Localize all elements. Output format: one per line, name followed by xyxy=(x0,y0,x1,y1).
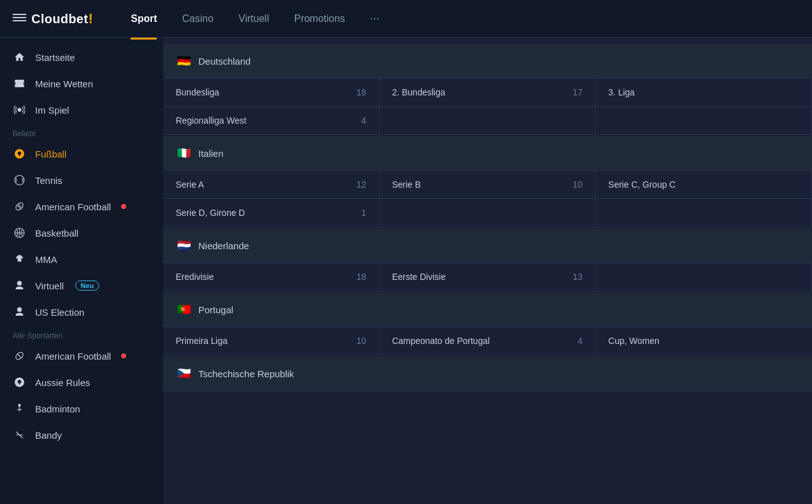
league-name: Serie C, Group C xyxy=(608,180,675,190)
league-cell[interactable]: Serie C, Group C xyxy=(596,171,812,199)
league-cell[interactable]: Eredivisie 18 xyxy=(163,263,380,291)
svg-point-0 xyxy=(18,108,21,112)
sidebar-item-startseite[interactable]: Startseite xyxy=(0,44,163,70)
live-indicator-all xyxy=(121,353,126,358)
svg-line-5 xyxy=(17,206,21,210)
sidebar-item-mma[interactable]: MMA xyxy=(0,246,163,272)
sidebar-item-virtuell[interactable]: Virtuell Neu xyxy=(0,272,163,299)
league-cell[interactable]: Bundesliga 18 xyxy=(163,78,380,107)
league-cell[interactable]: Cup, Women xyxy=(596,327,812,355)
sidebar-label-basketball: Basketball xyxy=(35,228,78,239)
flag-niederlande: 🇳🇱 xyxy=(176,237,192,254)
country-header-deutschland[interactable]: 🇩🇪 Deutschland xyxy=(163,44,812,78)
election-icon xyxy=(13,305,26,319)
league-name: Serie A xyxy=(176,180,204,190)
sidebar: Startseite Meine Wetten Im Spiel Beliebt… xyxy=(0,38,163,504)
league-cell[interactable]: Serie B 10 xyxy=(380,171,596,199)
country-header-portugal[interactable]: 🇵🇹 Portugal xyxy=(163,292,812,327)
league-name: Eerste Divisie xyxy=(392,272,446,282)
country-section-deutschland: 🇩🇪 Deutschland Bundesliga 18 2. Bundesli… xyxy=(163,44,812,135)
live-indicator xyxy=(121,204,126,209)
league-count: 13 xyxy=(573,272,583,282)
logo-area[interactable]: Cloudbet! xyxy=(13,11,93,27)
league-cell[interactable]: Campeonato de Portugal 4 xyxy=(380,327,596,355)
sidebar-section-all: Alle Sportarten xyxy=(0,325,163,343)
country-name-portugal: Portugal xyxy=(198,304,233,315)
soccer-icon xyxy=(13,147,26,161)
league-name: Eredivisie xyxy=(176,272,214,282)
league-name: Campeonato de Portugal xyxy=(392,336,490,346)
home-icon xyxy=(13,50,26,64)
league-name: Regionalliga West xyxy=(176,115,247,126)
sidebar-item-us-election[interactable]: US Election xyxy=(0,299,163,325)
sidebar-label-bandy: Bandy xyxy=(35,430,62,441)
svg-line-8 xyxy=(18,354,21,358)
league-name: Primeira Liga xyxy=(176,336,227,346)
flag-tschechien: 🇨🇿 xyxy=(176,365,192,382)
american-football-all-icon xyxy=(13,349,26,363)
league-name: 2. Bundesliga xyxy=(392,87,446,97)
sidebar-label-virtuell: Virtuell xyxy=(35,281,64,291)
sidebar-item-american-football-popular[interactable]: American Football xyxy=(0,193,163,220)
flag-italien: 🇮🇹 xyxy=(176,145,192,161)
league-count: 4 xyxy=(578,336,583,346)
svg-line-3 xyxy=(18,205,21,208)
league-cell[interactable]: Serie D, Girone D 1 xyxy=(163,199,380,227)
league-count: 4 xyxy=(361,115,366,126)
sidebar-label-meine-wetten: Meine Wetten xyxy=(35,78,93,89)
sidebar-item-meine-wetten[interactable]: Meine Wetten xyxy=(0,70,163,97)
sidebar-item-fussball[interactable]: Fußball xyxy=(0,141,163,167)
league-name: Bundesliga xyxy=(176,87,219,97)
topnav-promotions[interactable]: Promotions xyxy=(294,11,345,27)
topnav-more[interactable]: ··· xyxy=(370,12,380,25)
leagues-portugal: Primeira Liga 10 Campeonato de Portugal … xyxy=(163,327,812,355)
topnav-virtuell[interactable]: Virtuell xyxy=(238,11,269,27)
topnav-casino[interactable]: Casino xyxy=(182,11,213,27)
empty-cell xyxy=(596,199,812,227)
sidebar-item-aussie-rules[interactable]: Aussie Rules xyxy=(0,369,163,395)
sidebar-item-badminton[interactable]: Badminton xyxy=(0,395,163,422)
league-count: 17 xyxy=(573,87,583,97)
sidebar-item-basketball[interactable]: Basketball xyxy=(0,220,163,246)
league-cell[interactable]: Regionalliga West 4 xyxy=(163,107,380,135)
flag-portugal: 🇵🇹 xyxy=(176,301,192,318)
leagues-italien: Serie A 12 Serie B 10 Serie C, Group C S… xyxy=(163,171,812,227)
empty-cell xyxy=(380,199,596,227)
badminton-icon xyxy=(13,402,26,416)
aussie-rules-icon xyxy=(13,375,26,389)
topnav-sport[interactable]: Sport xyxy=(131,11,157,27)
country-header-italien[interactable]: 🇮🇹 Italien xyxy=(163,136,812,171)
leagues-niederlande: Eredivisie 18 Eerste Divisie 13 xyxy=(163,263,812,291)
league-cell[interactable]: 2. Bundesliga 17 xyxy=(380,78,596,107)
empty-cell xyxy=(596,107,812,135)
league-cell[interactable]: Eerste Divisie 13 xyxy=(380,263,596,291)
league-count: 12 xyxy=(356,180,366,190)
tennis-icon xyxy=(13,173,26,187)
empty-cell xyxy=(380,107,596,135)
topnav: Cloudbet! Sport Casino Virtuell Promotio… xyxy=(0,0,812,38)
svg-point-9 xyxy=(18,404,21,407)
sidebar-item-im-spiel[interactable]: Im Spiel xyxy=(0,97,163,123)
sidebar-label-im-spiel: Im Spiel xyxy=(35,105,69,115)
american-football-icon xyxy=(13,200,26,213)
league-count: 18 xyxy=(356,87,366,97)
leagues-deutschland: Bundesliga 18 2. Bundesliga 17 3. Liga R… xyxy=(163,78,812,135)
country-header-tschechien[interactable]: 🇨🇿 Tschechische Republik xyxy=(163,357,812,391)
league-cell[interactable]: 3. Liga xyxy=(596,78,812,107)
sidebar-item-american-football-all[interactable]: American Football xyxy=(0,343,163,369)
sidebar-item-tennis[interactable]: Tennis xyxy=(0,167,163,193)
league-cell[interactable]: Serie A 12 xyxy=(163,171,380,199)
sidebar-label-fussball: Fußball xyxy=(35,149,67,159)
hamburger-icon[interactable] xyxy=(13,14,26,24)
sidebar-item-bandy[interactable]: Bandy xyxy=(0,422,163,448)
league-cell[interactable]: Primeira Liga 10 xyxy=(163,327,380,355)
league-name: Serie B xyxy=(392,180,421,190)
ticket-icon xyxy=(13,77,26,90)
mma-icon xyxy=(13,252,26,266)
neu-badge: Neu xyxy=(75,281,100,291)
sidebar-section-popular: Beliebt xyxy=(0,123,163,141)
country-name-niederlande: Niederlande xyxy=(198,240,249,251)
country-header-niederlande[interactable]: 🇳🇱 Niederlande xyxy=(163,228,812,263)
country-section-portugal: 🇵🇹 Portugal Primeira Liga 10 Campeonato … xyxy=(163,292,812,355)
sidebar-label-us-election: US Election xyxy=(35,307,84,318)
